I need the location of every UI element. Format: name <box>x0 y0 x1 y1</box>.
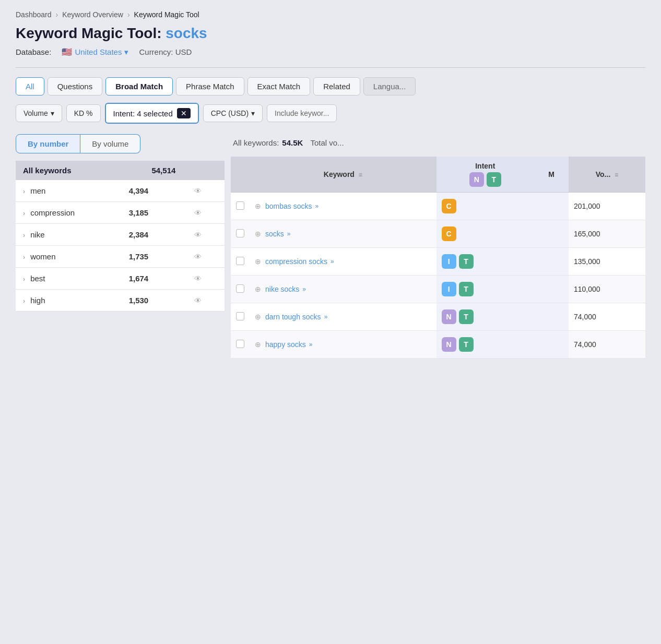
tab-language[interactable]: Langua... <box>363 77 416 96</box>
checkbox-header <box>231 157 250 193</box>
volume-label: Volume <box>23 109 48 117</box>
eye-icon[interactable]: 👁 <box>194 253 202 261</box>
eye-icon[interactable]: 👁 <box>194 187 202 195</box>
tab-questions[interactable]: Questions <box>48 77 103 96</box>
breadcrumb-sep-2: › <box>127 10 130 19</box>
keyword-link[interactable]: ⊕ bombas socks » <box>255 202 431 210</box>
intent-cell: I T <box>436 276 534 303</box>
chevron-right-icon: › <box>23 210 25 217</box>
intent-filter[interactable]: Intent: 4 selected ✕ <box>105 103 199 124</box>
all-keywords-count: 54.5K <box>282 138 303 147</box>
breadcrumb-dashboard[interactable]: Dashboard <box>16 10 52 19</box>
keyword-groups-table: All keywords 54,514 › men 4,394 👁 <box>16 161 225 312</box>
group-count: 2,384 <box>122 224 183 246</box>
tab-all[interactable]: All <box>16 77 44 96</box>
section-divider <box>16 67 645 68</box>
group-count: 1,735 <box>122 246 183 268</box>
group-name: women <box>30 252 55 261</box>
chevron-right-icon: › <box>23 232 25 239</box>
volume-cell: 165,000 <box>569 220 645 248</box>
keyword-link[interactable]: ⊕ nike socks » <box>255 285 431 293</box>
list-item[interactable]: › high 1,530 👁 <box>16 290 225 312</box>
volume-cell: 201,000 <box>569 193 645 220</box>
breadcrumb-sep-1: › <box>56 10 58 19</box>
chevron-right-icon: › <box>23 297 25 305</box>
keyword-text: happy socks <box>265 340 306 349</box>
keyword-link[interactable]: ⊕ compression socks » <box>255 257 431 266</box>
list-item[interactable]: › men 4,394 👁 <box>16 180 225 202</box>
by-volume-toggle[interactable]: By volume <box>80 134 140 153</box>
list-item[interactable]: › nike 2,384 👁 <box>16 224 225 246</box>
row-checkbox[interactable] <box>236 201 244 210</box>
eye-icon[interactable]: 👁 <box>194 209 202 217</box>
add-icon: ⊕ <box>255 230 261 238</box>
eye-icon[interactable]: 👁 <box>194 296 202 305</box>
table-row: ⊕ happy socks » N T 74,000 <box>231 331 645 359</box>
add-icon: ⊕ <box>255 202 261 210</box>
breadcrumb: Dashboard › Keyword Overview › Keyword M… <box>16 10 645 19</box>
match-cell <box>534 248 569 276</box>
tab-exact-match[interactable]: Exact Match <box>247 77 311 96</box>
eye-icon[interactable]: 👁 <box>194 275 202 283</box>
add-icon: ⊕ <box>255 340 261 349</box>
kd-label: KD % <box>74 109 93 117</box>
match-cell <box>534 276 569 303</box>
list-item[interactable]: › women 1,735 👁 <box>16 246 225 268</box>
table-row: ⊕ bombas socks » C 201,000 <box>231 193 645 220</box>
breadcrumb-keyword-overview[interactable]: Keyword Overview <box>62 10 123 19</box>
group-name: high <box>30 296 45 305</box>
kd-filter[interactable]: KD % <box>66 104 101 122</box>
table-row: ⊕ compression socks » I T 1 <box>231 248 645 276</box>
tab-related[interactable]: Related <box>313 77 360 96</box>
by-number-toggle[interactable]: By number <box>16 134 80 153</box>
row-checkbox[interactable] <box>236 229 244 237</box>
row-checkbox[interactable] <box>236 284 244 293</box>
chevron-down-icon: ▾ <box>251 109 255 117</box>
row-checkbox[interactable] <box>236 312 244 320</box>
intent-clear-button[interactable]: ✕ <box>177 108 191 118</box>
expand-icon: » <box>302 285 306 293</box>
volume-filter[interactable]: Volume ▾ <box>16 104 62 122</box>
keyword-link[interactable]: ⊕ happy socks » <box>255 340 431 349</box>
row-checkbox[interactable] <box>236 257 244 265</box>
include-keywords-filter[interactable]: Include keywor... <box>267 104 337 122</box>
add-icon: ⊕ <box>255 285 261 293</box>
database-selector[interactable]: 🇺🇸 United States ▾ <box>62 47 128 57</box>
group-count: 3,185 <box>122 202 183 224</box>
expand-icon: » <box>324 313 328 320</box>
database-row: Database: 🇺🇸 United States ▾ Currency: U… <box>16 47 645 57</box>
page-title-prefix: Keyword Magic Tool: <box>16 25 166 41</box>
badge-t: T <box>459 254 474 269</box>
keyword-link[interactable]: ⊕ darn tough socks » <box>255 313 431 321</box>
sidebar-header-label: All keywords <box>16 161 122 180</box>
keyword-text: darn tough socks <box>265 313 321 321</box>
tab-broad-match[interactable]: Broad Match <box>105 77 173 96</box>
keyword-link[interactable]: ⊕ socks » <box>255 230 431 238</box>
eye-icon[interactable]: 👁 <box>194 231 202 239</box>
chevron-right-icon: › <box>23 254 25 261</box>
database-country: United States <box>75 47 122 56</box>
intent-col-header: Intent N T <box>436 157 534 193</box>
badge-i: I <box>442 282 456 296</box>
breadcrumb-current: Keyword Magic Tool <box>134 10 199 19</box>
keyword-text: compression socks <box>265 257 327 266</box>
all-keywords-label: All keywords: <box>233 138 279 147</box>
cpc-filter[interactable]: CPC (USD) ▾ <box>203 104 263 122</box>
expand-icon: » <box>315 202 318 210</box>
cpc-label: CPC (USD) <box>211 109 249 117</box>
keyword-text: nike socks <box>265 285 299 293</box>
intent-cell: N T <box>436 303 534 331</box>
filters-row: Volume ▾ KD % Intent: 4 selected ✕ CPC (… <box>16 103 645 124</box>
add-icon: ⊕ <box>255 257 261 266</box>
group-name: nike <box>30 230 45 239</box>
tab-phrase-match[interactable]: Phrase Match <box>176 77 244 96</box>
keyword-text: socks <box>265 230 284 238</box>
database-label: Database: <box>16 47 51 56</box>
list-item[interactable]: › best 1,674 👁 <box>16 268 225 290</box>
list-item[interactable]: › compression 3,185 👁 <box>16 202 225 224</box>
page-title-keyword: socks <box>166 25 207 41</box>
row-checkbox[interactable] <box>236 340 244 348</box>
intent-label: Intent: 4 selected <box>113 109 173 118</box>
intent-cell: I T <box>436 248 534 276</box>
keywords-table-area: All keywords: 54.5K Total vo... Keyword … <box>231 134 645 359</box>
